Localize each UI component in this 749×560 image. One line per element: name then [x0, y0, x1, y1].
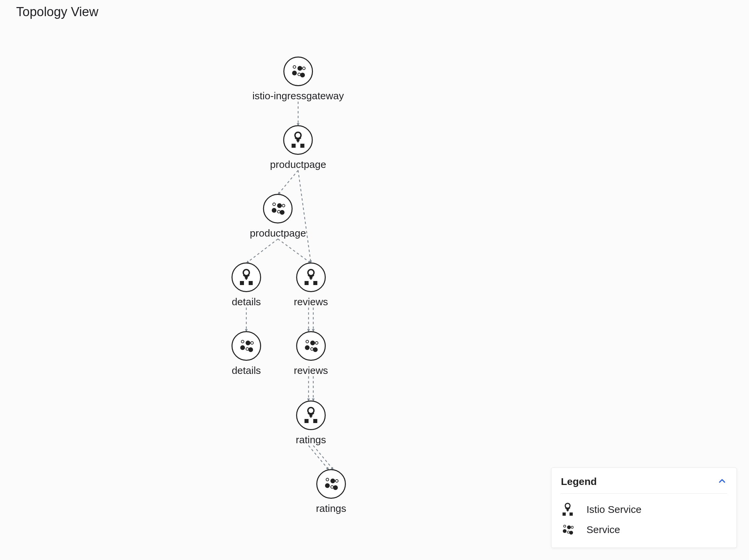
legend-item-service: Service	[561, 521, 727, 538]
service-icon	[316, 469, 346, 499]
graph-node-n-ratings-svc[interactable]: ratings	[316, 469, 346, 514]
service-icon	[283, 57, 313, 86]
graph-node-n-productpage-istio[interactable]: productpage	[270, 125, 326, 170]
legend-collapse-button[interactable]	[717, 476, 727, 487]
service-icon	[561, 523, 574, 536]
istio-service-icon	[283, 125, 313, 155]
legend-item-label: Istio Service	[586, 504, 641, 515]
topology-page: Topology View istio-ingressgatewayproduc…	[0, 0, 749, 560]
legend-item-label: Service	[586, 524, 620, 535]
service-icon	[263, 194, 293, 223]
graph-node-n-ingress[interactable]: istio-ingressgateway	[252, 57, 344, 102]
legend-title: Legend	[561, 476, 597, 487]
chevron-up-icon	[717, 476, 727, 486]
istio-service-icon	[561, 503, 574, 516]
graph-node-n-details-svc[interactable]: details	[232, 331, 261, 376]
service-icon	[296, 331, 326, 361]
legend-item-istio: Istio Service	[561, 501, 727, 518]
graph-node-label: reviews	[294, 296, 328, 308]
graph-node-label: details	[232, 296, 261, 308]
graph-node-label: ratings	[296, 434, 326, 446]
graph-node-n-reviews-istio[interactable]: reviews	[294, 262, 328, 308]
legend-panel: Legend Istio Service	[551, 468, 737, 548]
graph-node-label: reviews	[294, 365, 328, 376]
istio-service-icon	[296, 262, 326, 292]
graph-node-n-reviews-svc[interactable]: reviews	[294, 331, 328, 376]
graph-node-n-productpage-svc[interactable]: productpage	[250, 194, 306, 239]
graph-node-label: istio-ingressgateway	[252, 90, 344, 102]
istio-service-icon	[232, 262, 261, 292]
graph-node-n-details-istio[interactable]: details	[232, 262, 261, 308]
graph-node-label: details	[232, 365, 261, 376]
service-icon	[232, 331, 261, 361]
graph-node-n-ratings-istio[interactable]: ratings	[296, 401, 326, 446]
istio-service-icon	[296, 401, 326, 430]
graph-node-label: productpage	[250, 228, 306, 239]
graph-node-label: ratings	[316, 503, 346, 514]
graph-node-label: productpage	[270, 159, 326, 170]
